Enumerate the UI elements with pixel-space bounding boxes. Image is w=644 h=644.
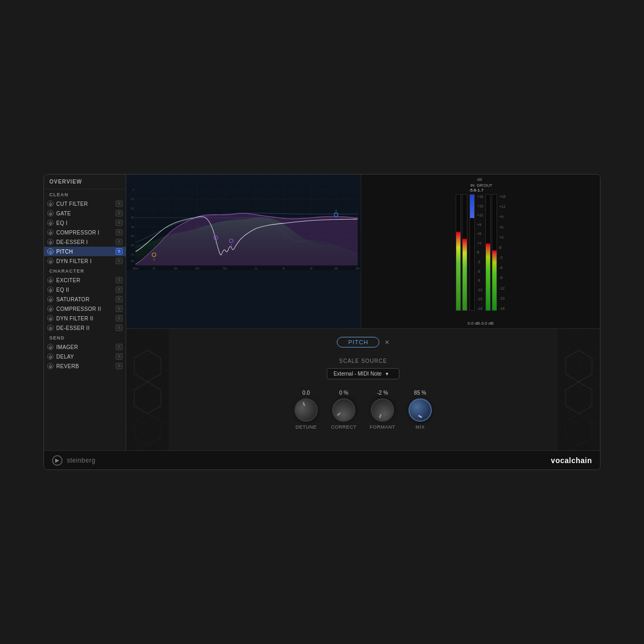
- correct-value: 0 %: [339, 390, 348, 396]
- out-label: OUT: [483, 183, 492, 188]
- sidebar-item-eq1[interactable]: ⏻ EQ I S: [44, 218, 126, 228]
- scale-source-dropdown[interactable]: External - MIDI Note ▾: [327, 368, 400, 379]
- in-bar-R: [462, 194, 467, 311]
- gr-meter: [469, 194, 475, 311]
- formant-knob[interactable]: [368, 395, 397, 425]
- power-btn-dyn-filter2[interactable]: ⏻: [47, 315, 54, 321]
- scale-source-value: External - MIDI Note: [334, 371, 382, 377]
- power-btn-imager[interactable]: ⏻: [47, 344, 54, 350]
- hex-bg-right: [558, 329, 600, 450]
- svg-text:-80: -80: [130, 260, 134, 263]
- sidebar-item-exciter[interactable]: ⏻ EXCITER S: [44, 275, 126, 285]
- solo-pitch[interactable]: S: [116, 248, 123, 255]
- svg-text:500: 500: [223, 267, 227, 270]
- sidebar-item-de-esser2[interactable]: ⏻ DE-ESSER II S: [44, 323, 126, 333]
- power-btn-exciter[interactable]: ⏻: [47, 277, 54, 283]
- sidebar-item-imager[interactable]: ⏻ IMAGER S: [44, 342, 126, 352]
- gr-value: -1.7: [476, 188, 484, 193]
- svg-text:20Hz: 20Hz: [133, 267, 139, 270]
- mix-knob[interactable]: [408, 398, 432, 422]
- out-meter-header: OUT: [483, 183, 492, 193]
- pitch-header: PITCH ×: [337, 337, 389, 347]
- sidebar-item-compressor2[interactable]: ⏻ COMPRESSOR II S: [44, 304, 126, 314]
- meters-section: dB IN -5.8 GR -1.7 OUT: [361, 175, 600, 328]
- pitch-tab[interactable]: PITCH: [337, 337, 379, 347]
- solo-saturator[interactable]: S: [116, 296, 123, 302]
- sidebar-item-reverb[interactable]: ⏻ REVERB S: [44, 361, 126, 371]
- solo-imager[interactable]: S: [116, 344, 123, 350]
- svg-text:20k: 20k: [355, 267, 360, 270]
- solo-de-esser2[interactable]: S: [116, 325, 123, 331]
- formant-group: -2 % FORMANT: [370, 390, 395, 430]
- pitch-close-btn[interactable]: ×: [385, 338, 389, 346]
- sidebar-overview[interactable]: OVERVIEW: [44, 175, 126, 189]
- footer: ▶ steinberg vocalchain: [44, 450, 600, 469]
- power-btn-gate[interactable]: ⏻: [47, 210, 54, 216]
- power-btn-saturator[interactable]: ⏻: [47, 296, 54, 302]
- product-light: vocal: [551, 456, 571, 465]
- solo-reverb[interactable]: S: [116, 363, 123, 369]
- svg-text:-30: -30: [130, 216, 134, 219]
- power-btn-dyn-filter1[interactable]: ⏻: [47, 258, 54, 264]
- power-btn-delay[interactable]: ⏻: [47, 353, 54, 360]
- in-meter: [456, 194, 467, 311]
- power-btn-eq1[interactable]: ⏻: [47, 220, 54, 226]
- power-btn-cut-filter[interactable]: ⏻: [47, 201, 54, 207]
- power-btn-de-esser1[interactable]: ⏻: [47, 239, 54, 245]
- eq-svg: 1 2 3 4 0 -10 -20 -30: [126, 175, 361, 270]
- eq-area: dB COMPRESSOR I: [126, 175, 600, 328]
- solo-gate[interactable]: S: [116, 210, 123, 216]
- solo-de-esser1[interactable]: S: [116, 239, 123, 245]
- svg-text:-10: -10: [130, 198, 134, 201]
- svg-text:10k: 10k: [334, 267, 338, 270]
- bottom-right-decoration: [558, 329, 600, 450]
- pitch-controls: PITCH × SCALE SOURCE External - MIDI Not…: [169, 329, 558, 450]
- knobs-row: 0.0 DETUNE 0 % CORRECT -2 %: [294, 390, 432, 430]
- correct-knob[interactable]: [327, 394, 360, 427]
- brand-name: steinberg: [67, 457, 95, 464]
- db-scale-labels: +18 +15 +12 +9 +6 +3 0 -3 -6 -9 -12 -15: [477, 194, 483, 311]
- power-btn-de-esser2[interactable]: ⏻: [47, 325, 54, 331]
- power-btn-eq2[interactable]: ⏻: [47, 286, 54, 293]
- gr-bar-single: [469, 194, 475, 311]
- solo-cut-filter[interactable]: S: [116, 201, 123, 207]
- mix-group: 85 % MIX: [408, 390, 432, 430]
- in-label: IN: [471, 183, 475, 188]
- solo-compressor2[interactable]: S: [116, 306, 123, 312]
- meter-bars-container: +18 +15 +12 +9 +6 +3 0 -3 -6 -9 -12 -15: [455, 194, 507, 319]
- power-btn-reverb[interactable]: ⏻: [47, 363, 54, 369]
- db-scale-right: +18 +12 +9 +6 +3 0 -3 -6 -9 -12 -15 -18: [499, 194, 506, 311]
- sidebar-item-pitch[interactable]: ⏻ PITCH S: [44, 247, 126, 256]
- solo-eq2[interactable]: S: [116, 286, 123, 293]
- solo-compressor1[interactable]: S: [116, 229, 123, 236]
- sidebar-item-de-esser1[interactable]: ⏻ DE-ESSER I S: [44, 237, 126, 247]
- solo-dyn-filter1[interactable]: S: [116, 258, 123, 264]
- solo-exciter[interactable]: S: [116, 277, 123, 283]
- sidebar-item-eq2[interactable]: ⏻ EQ II S: [44, 285, 126, 294]
- sidebar-item-dyn-filter1[interactable]: ⏻ DYN FILTER I S: [44, 256, 126, 266]
- sidebar-item-cut-filter[interactable]: ⏻ CUT FILTER S: [44, 199, 126, 208]
- sidebar-item-gate[interactable]: ⏻ GATE S: [44, 208, 126, 218]
- play-icon: ▶: [52, 455, 63, 466]
- sidebar-item-saturator[interactable]: ⏻ SATURATOR S: [44, 294, 126, 304]
- sidebar-section-clean: CLEAN: [44, 189, 126, 199]
- solo-delay[interactable]: S: [116, 353, 123, 360]
- sidebar-item-compressor1[interactable]: ⏻ COMPRESSOR I S: [44, 228, 126, 237]
- detune-knob[interactable]: [291, 395, 321, 425]
- eq-display[interactable]: dB COMPRESSOR I: [126, 175, 361, 328]
- solo-dyn-filter2[interactable]: S: [116, 315, 123, 321]
- solo-eq1[interactable]: S: [116, 220, 123, 226]
- gr-bars: [469, 194, 475, 311]
- sidebar-item-delay[interactable]: ⏻ DELAY S: [44, 352, 126, 361]
- sidebar-item-dyn-filter2[interactable]: ⏻ DYN FILTER II S: [44, 314, 126, 323]
- correct-label: CORRECT: [331, 424, 356, 430]
- power-btn-compressor1[interactable]: ⏻: [47, 229, 54, 236]
- svg-text:-50: -50: [130, 235, 134, 238]
- gr-bar-fill: [470, 195, 474, 218]
- product-bold: chain: [571, 456, 592, 465]
- svg-text:1: 1: [153, 258, 155, 261]
- dropdown-arrow: ▾: [386, 371, 388, 377]
- power-btn-compressor2[interactable]: ⏻: [47, 306, 54, 312]
- power-btn-pitch[interactable]: ⏻: [47, 248, 54, 255]
- out-bars: [485, 194, 497, 311]
